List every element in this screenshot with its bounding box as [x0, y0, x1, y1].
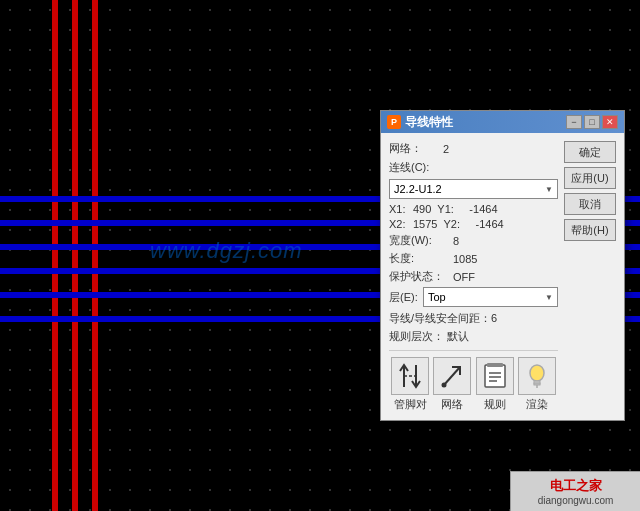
dialog-left-panel: 网络： 2 连线(C): J2.2-U1.2 ▼ X1: 490	[389, 141, 558, 412]
svg-rect-6	[485, 365, 505, 387]
icon-row: 管脚对 网络	[389, 350, 558, 412]
connection-row: 连线(C):	[389, 160, 558, 175]
spacing-text: 导线/导线安全间距：6	[389, 312, 497, 324]
layer-dropdown-arrow: ▼	[545, 293, 553, 302]
dialog-right-panel: 确定 应用(U) 取消 帮助(H)	[558, 141, 616, 412]
dialog-title-left: P 导线特性	[387, 114, 453, 131]
y2-value: -1464	[475, 218, 503, 230]
dialog-title-buttons: − □ ✕	[566, 115, 618, 129]
gui-ze-icon	[476, 357, 514, 395]
maximize-button[interactable]: □	[584, 115, 600, 129]
connection-dropdown[interactable]: J2.2-U1.2 ▼	[389, 179, 558, 199]
svg-line-4	[444, 367, 460, 385]
net-value: 2	[443, 143, 449, 155]
wire-properties-dialog: P 导线特性 − □ ✕ 网络： 2 连线(C):	[380, 110, 625, 421]
protect-value: OFF	[453, 271, 475, 283]
width-row: 宽度(W): 8	[389, 233, 558, 248]
spacing-row: 导线/导线安全间距：6	[389, 311, 558, 326]
gui-ze-item[interactable]: 规则	[476, 357, 514, 412]
xiao-shang-icon	[518, 357, 556, 395]
red-vertical-line-2	[72, 0, 78, 511]
apply-button[interactable]: 应用(U)	[564, 167, 616, 189]
layer-row: 层(E): Top ▼	[389, 287, 558, 307]
xiao-shang-item[interactable]: 渲染	[518, 357, 556, 412]
connection-dropdown-value: J2.2-U1.2	[394, 183, 442, 195]
guan-jiao-dui-label: 管脚对	[394, 397, 427, 412]
y2-label: Y2:	[443, 218, 469, 230]
svg-rect-13	[534, 383, 540, 385]
connection-dropdown-arrow: ▼	[545, 185, 553, 194]
dialog-app-icon: P	[387, 115, 401, 129]
logo-bottom-text: diangongwu.com	[538, 495, 614, 506]
red-vertical-line-3	[92, 0, 98, 511]
x1-value: 490	[413, 203, 431, 215]
wang-luo-icon	[433, 357, 471, 395]
guan-jiao-dui-icon	[391, 357, 429, 395]
gui-ze-label: 规则	[484, 397, 506, 412]
close-button[interactable]: ✕	[602, 115, 618, 129]
x2y2-row: X2: 1575 Y2: -1464	[389, 218, 558, 230]
net-row: 网络： 2	[389, 141, 558, 156]
layer-dropdown-value: Top	[428, 291, 446, 303]
red-vertical-line-1	[52, 0, 58, 511]
svg-rect-7	[487, 363, 503, 367]
minimize-button[interactable]: −	[566, 115, 582, 129]
dialog-layout: 网络： 2 连线(C): J2.2-U1.2 ▼ X1: 490	[389, 141, 616, 412]
confirm-button[interactable]: 确定	[564, 141, 616, 163]
layer-label: 层(E):	[389, 290, 419, 305]
wang-luo-item[interactable]: 网络	[433, 357, 471, 412]
logo-box: 电工之家 diangongwu.com	[510, 471, 640, 511]
logo-top-text: 电工之家	[550, 477, 602, 495]
layer-dropdown[interactable]: Top ▼	[423, 287, 558, 307]
svg-point-11	[530, 365, 544, 381]
dialog-body: 网络： 2 连线(C): J2.2-U1.2 ▼ X1: 490	[381, 133, 624, 420]
guan-jiao-dui-item[interactable]: 管脚对	[391, 357, 429, 412]
width-value: 8	[453, 235, 459, 247]
x2-label: X2:	[389, 218, 407, 230]
cancel-button[interactable]: 取消	[564, 193, 616, 215]
xiao-shang-label: 渲染	[526, 397, 548, 412]
x1-label: X1:	[389, 203, 407, 215]
help-button[interactable]: 帮助(H)	[564, 219, 616, 241]
dialog-title-text: 导线特性	[405, 114, 453, 131]
x1y1-row: X1: 490 Y1: -1464	[389, 203, 558, 215]
rules-text: 规则层次： 默认	[389, 330, 469, 342]
length-label: 长度:	[389, 251, 449, 266]
dialog-titlebar: P 导线特性 − □ ✕	[381, 111, 624, 133]
svg-point-5	[442, 383, 447, 388]
length-value: 1085	[453, 253, 477, 265]
y1-label: Y1:	[437, 203, 463, 215]
protect-row: 保护状态： OFF	[389, 269, 558, 284]
wang-luo-label: 网络	[441, 397, 463, 412]
length-row: 长度: 1085	[389, 251, 558, 266]
connection-combo-row: J2.2-U1.2 ▼	[389, 179, 558, 199]
y1-value: -1464	[469, 203, 497, 215]
protect-label: 保护状态：	[389, 269, 449, 284]
connection-label: 连线(C):	[389, 160, 439, 175]
net-label: 网络：	[389, 141, 439, 156]
width-label: 宽度(W):	[389, 233, 449, 248]
rules-row: 规则层次： 默认	[389, 329, 558, 344]
x2-value: 1575	[413, 218, 437, 230]
